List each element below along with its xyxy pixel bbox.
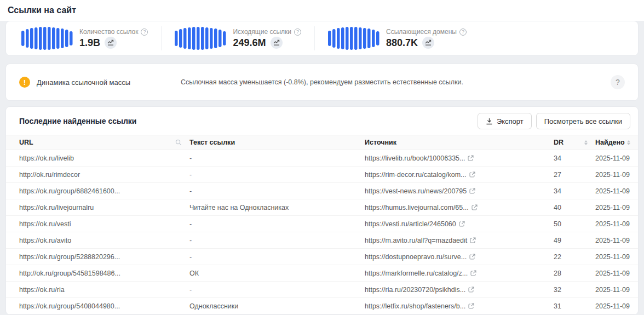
cell-url: https://ok.ru/avito (19, 237, 189, 244)
cell-source-link[interactable]: https://ria.ru/20230720/psikhdis... (365, 286, 554, 294)
table-row: https://ok.ru/livejournalruЧитайте нас н… (6, 199, 638, 216)
bar-chart-icon (175, 27, 227, 50)
metric-links-count: Количество ссылок ? 1.9B (16, 27, 153, 50)
recent-links-card: Последние найденные ссылки Экспорт Посмо… (5, 106, 639, 315)
cell-dr: 31 (554, 302, 595, 310)
cell-dr: 32 (554, 286, 595, 294)
section-title: Последние найденные ссылки (19, 117, 136, 125)
cell-url: https://ok.ru/livelib (19, 154, 189, 162)
external-link-icon (469, 254, 475, 260)
table-row: https://ok.ru/ria-https://ria.ru/2023072… (6, 282, 638, 298)
trend-chart-icon[interactable] (271, 37, 283, 49)
cell-dr: 40 (554, 204, 595, 211)
column-header-dr: DR (554, 139, 564, 146)
cell-found-date: 2025-11-09 (595, 220, 638, 228)
help-icon[interactable]: ? (141, 28, 148, 36)
view-all-links-button[interactable]: Посмотреть все ссылки (536, 113, 630, 129)
cell-found-date: 2025-11-09 (595, 187, 638, 195)
cell-source-link[interactable]: https://vest-news.ru/news/200795 (365, 187, 554, 195)
cell-url: https://ok.ru/livejournalru (19, 204, 189, 211)
external-link-icon (468, 303, 474, 309)
cell-dr: 22 (554, 253, 595, 261)
cell-found-date: 2025-11-09 (595, 270, 638, 277)
table-row: http://ok.ru/group/54581598486...ОКhttps… (6, 265, 638, 282)
table-row: https://ok.ru/vesti-https://vesti.ru/art… (6, 216, 638, 232)
table-row: https://ok.ru/group/5288820296...-https:… (6, 249, 638, 265)
cell-dr: 28 (554, 270, 595, 277)
bar-chart-icon (328, 27, 381, 50)
cell-url: http://ok.ru/group/54581598486... (19, 270, 189, 277)
cell-source-link[interactable]: https://vesti.ru/article/2465060 (365, 220, 554, 228)
cell-found-date: 2025-11-09 (595, 253, 638, 261)
cell-found-date: 2025-11-09 (595, 286, 638, 294)
cell-dr: 27 (554, 171, 595, 179)
external-link-icon (470, 270, 476, 276)
download-icon (486, 118, 493, 125)
cell-anchor-text: - (189, 253, 365, 261)
cell-url: https://ok.ru/vesti (19, 220, 189, 228)
trend-chart-icon[interactable] (105, 37, 117, 49)
external-link-icon (472, 204, 478, 210)
cell-source-link[interactable]: https://dostupnoepravo.ru/surve... (365, 253, 554, 261)
alert-title: Динамика ссылочной массы (37, 78, 130, 87)
external-link-icon (468, 155, 474, 161)
cell-anchor-text: Читайте нас на Однокласниках (189, 204, 365, 211)
metric-value: 1.9B (79, 37, 100, 49)
cell-source-link[interactable]: https://letfix.ru/shop/fasteners/b... (365, 302, 554, 310)
table-row: http://ok.ru/rimdecor-https://rim-decor.… (6, 167, 638, 183)
cell-source-link[interactable]: https://humus.livejournal.com/65... (365, 204, 554, 211)
export-button[interactable]: Экспорт (478, 113, 532, 129)
cell-found-date: 2025-11-09 (595, 171, 638, 179)
metric-label: Исходящие ссылки (233, 28, 291, 36)
links-table-body: https://ok.ru/livelib-https://livelib.ru… (6, 150, 638, 314)
bar-chart-icon (21, 27, 74, 50)
external-link-icon (469, 188, 475, 194)
metric-referring-domains: Ссылающиеся домены ? 880.7K (323, 27, 472, 50)
external-link-icon (459, 221, 465, 227)
divider (161, 26, 162, 50)
column-header-found: Найдено (595, 139, 625, 146)
table-header-row: URL Текст ссылки Источник DR Найдено (6, 135, 638, 150)
cell-anchor-text: - (189, 154, 365, 162)
cell-source-link[interactable]: https://livelib.ru/book/10006335... (365, 154, 554, 162)
cell-dr: 34 (554, 187, 595, 195)
cell-dr: 49 (554, 237, 595, 244)
table-row: https://ok.ru/avito-https://m.avito.ru/a… (6, 232, 638, 249)
help-icon[interactable]: ? (294, 28, 301, 36)
cell-source-link[interactable]: https://rim-decor.ru/catalog/kom... (365, 171, 554, 179)
warning-icon: ! (19, 77, 30, 88)
cell-anchor-text: - (189, 237, 365, 244)
metric-label: Ссылающиеся домены (386, 28, 457, 36)
cell-found-date: 2025-11-09 (595, 204, 638, 211)
cell-url: https://ok.ru/group/5408044980... (19, 302, 189, 310)
cell-url: https://ok.ru/group/6882461600... (19, 187, 189, 195)
cell-anchor-text: - (189, 171, 365, 179)
export-button-label: Экспорт (497, 117, 524, 125)
external-link-icon (469, 171, 475, 177)
help-icon[interactable]: ? (459, 28, 467, 36)
table-row: https://ok.ru/livelib-https://livelib.ru… (6, 150, 638, 167)
page-header: Ссылки на сайт (0, 0, 644, 21)
help-circle-icon[interactable]: ? (611, 75, 625, 89)
cell-found-date: 2025-11-09 (595, 154, 638, 162)
cell-found-date: 2025-11-09 (595, 302, 638, 310)
cell-url: http://ok.ru/rimdecor (19, 171, 189, 179)
trend-chart-icon[interactable] (422, 37, 434, 49)
cell-anchor-text: ОК (189, 270, 365, 277)
external-link-icon (468, 287, 474, 293)
cell-dr: 34 (554, 154, 595, 162)
cell-anchor-text: - (189, 286, 365, 294)
link-mass-alert-banner: ! Динамика ссылочной массы Ссылочная мас… (5, 64, 639, 101)
column-header-url: URL (19, 139, 33, 146)
cell-source-link[interactable]: https://m.avito.ru/all?q=mazdaedit (365, 237, 554, 244)
search-icon[interactable] (175, 139, 182, 146)
sort-icon[interactable] (584, 140, 588, 145)
cell-anchor-text: - (189, 187, 365, 195)
sort-icon[interactable] (627, 140, 630, 145)
metrics-card: Количество ссылок ? 1.9B (5, 21, 639, 56)
column-header-anchor-text: Текст ссылки (189, 139, 235, 146)
cell-source-link[interactable]: https://markformelle.ru/catalog/z... (365, 270, 554, 277)
metric-label: Количество ссылок (79, 28, 138, 36)
cell-url: https://ok.ru/ria (19, 286, 189, 294)
table-row: https://ok.ru/group/5408044980...Однокла… (6, 298, 638, 314)
